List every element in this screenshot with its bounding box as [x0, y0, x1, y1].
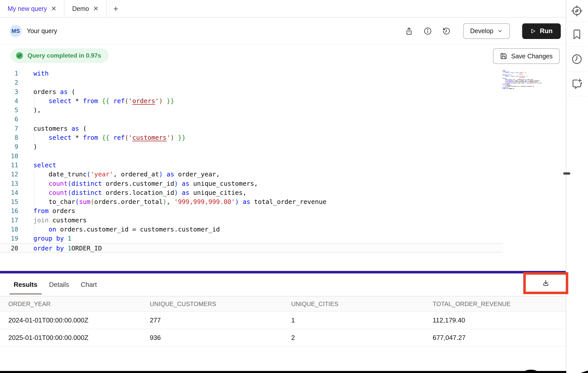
query-history-button[interactable] — [566, 47, 587, 72]
minimap[interactable]: withorders as ( select * from {{ ref('or… — [503, 70, 542, 100]
token — [33, 97, 49, 105]
token: to_char — [33, 198, 75, 205]
token: }} — [167, 97, 174, 105]
line-number: 11 — [0, 161, 24, 170]
token: 1 — [68, 235, 72, 242]
token: order_year, — [174, 171, 220, 178]
line-number: 13 — [0, 179, 24, 188]
code-line[interactable]: 2 — [0, 78, 503, 87]
code-line[interactable]: 12 date_trunc('year', ordered_at) as ord… — [0, 170, 503, 179]
token: ( — [75, 198, 79, 205]
line-number: 12 — [0, 170, 24, 179]
column-header[interactable]: UNIQUE_CITIES — [283, 300, 424, 308]
token: as — [60, 88, 67, 96]
column-header[interactable]: TOTAL_ORDER_REVENUE — [424, 300, 566, 308]
token: }} — [178, 134, 186, 141]
tab-results[interactable]: Results — [14, 273, 37, 296]
code-line[interactable]: 20order by 1ORDER_ID — [0, 243, 503, 252]
token — [52, 235, 56, 242]
panel-divider[interactable] — [0, 271, 566, 273]
code-line[interactable]: 5), — [0, 106, 503, 115]
line-number: 6 — [0, 115, 24, 124]
code-line[interactable]: 8 select * from {{ ref('customers') }} — [0, 133, 503, 142]
code-line[interactable]: 4 select * from {{ ref('orders') }} — [0, 97, 503, 106]
token: by — [56, 245, 64, 252]
status-row: Query completed in 0.97s Save Changes — [0, 44, 566, 67]
results-tab-bar: Results Details Chart — [0, 273, 566, 296]
token — [98, 134, 102, 141]
bookmarks-button[interactable] — [566, 22, 587, 47]
token — [52, 245, 56, 252]
header-controls: Develop Run — [403, 23, 561, 39]
column-header[interactable]: ORDER_YEAR — [0, 300, 142, 308]
code-line[interactable]: 15 to_char(sum(orders.order_total), '999… — [0, 197, 503, 206]
line-number: 1 — [0, 69, 24, 78]
token: ) — [159, 97, 163, 105]
annotation-highlight-box — [523, 272, 568, 294]
run-label: Run — [540, 27, 553, 35]
code-line[interactable]: 17join customers — [0, 216, 503, 225]
ai-assistant-button[interactable] — [566, 72, 587, 96]
tab-demo[interactable]: Demo ✕ — [64, 0, 106, 17]
query-header: MS Your query Develop Run — [0, 18, 566, 44]
save-changes-button[interactable]: Save Changes — [493, 48, 560, 64]
run-button[interactable]: Run — [522, 23, 561, 39]
token — [64, 245, 67, 252]
info-button[interactable] — [422, 26, 433, 37]
code-line[interactable]: 10 — [0, 152, 503, 161]
code-text: select — [24, 161, 56, 170]
code-line[interactable]: 13 count(distinct orders.customer_id) as… — [0, 179, 503, 188]
line-number: 18 — [0, 225, 24, 234]
code-line[interactable]: 11select — [0, 161, 503, 170]
clock-icon — [571, 53, 583, 65]
close-icon[interactable]: ✕ — [51, 5, 57, 12]
token: select — [33, 161, 56, 169]
token: customers — [49, 217, 87, 224]
table-row[interactable]: 2025-01-01T00:00:00.000Z9362677,047.27 — [0, 329, 566, 346]
code-line[interactable]: 7customers as ( — [0, 124, 503, 133]
token: ) — [170, 134, 174, 141]
results-body: 2024-01-01T00:00:00.000Z2771112,179.4020… — [0, 312, 566, 346]
code-line[interactable]: 6 — [0, 115, 503, 124]
code-editor[interactable]: 1with23orders as (4 select * from {{ ref… — [0, 67, 566, 271]
main-area: My new query ✕ Demo ✕ + MS Your query — [0, 0, 566, 373]
token: ( — [87, 171, 91, 178]
develop-dropdown[interactable]: Develop — [463, 23, 510, 39]
tab-details[interactable]: Details — [49, 273, 69, 296]
token: as — [182, 180, 189, 187]
download-button[interactable] — [541, 279, 550, 288]
code-text: group by 1 — [24, 234, 72, 243]
column-header[interactable]: UNIQUE_CUSTOMERS — [142, 300, 283, 308]
token: from — [83, 97, 98, 105]
code-line[interactable]: 14 count(distinct orders.location_id) as… — [0, 188, 503, 197]
bottom-edge-strip — [0, 371, 566, 373]
new-tab-button[interactable]: + — [107, 0, 125, 17]
close-icon[interactable]: ✕ — [93, 5, 99, 12]
code-line[interactable]: 3orders as ( — [0, 87, 503, 97]
code-line[interactable]: 9) — [0, 142, 503, 151]
share-button[interactable] — [403, 26, 415, 37]
code-line[interactable]: 19group by 1 — [0, 234, 503, 243]
code-line[interactable]: 1with — [0, 69, 503, 78]
token: 'year' — [91, 171, 113, 178]
scrollbar-handle[interactable] — [563, 172, 570, 175]
token: join — [33, 217, 49, 224]
code-text: on orders.customer_id = customers.custom… — [24, 225, 220, 234]
minimap-line: order by 1ORDER_ID — [503, 88, 542, 89]
table-cell: 112,179.40 — [424, 316, 566, 324]
token: customers — [132, 134, 166, 141]
token: unique_cities, — [189, 189, 246, 196]
table-row[interactable]: 2024-01-01T00:00:00.000Z2771112,179.40 — [0, 312, 566, 329]
code-line[interactable]: 16from orders — [0, 206, 503, 216]
share-icon — [405, 27, 413, 35]
token: as — [182, 189, 189, 196]
tab-my-new-query[interactable]: My new query ✕ — [0, 0, 64, 17]
tab-chart[interactable]: Chart — [81, 273, 97, 296]
info-icon — [423, 27, 432, 35]
code-line[interactable]: 18 on orders.customer_id = customers.cus… — [0, 225, 503, 234]
results-header-row: ORDER_YEARUNIQUE_CUSTOMERSUNIQUE_CITIEST… — [0, 296, 566, 312]
explore-button[interactable] — [566, 0, 587, 22]
token — [178, 180, 182, 187]
code-text: select * from {{ ref('customers') }} — [24, 133, 186, 142]
history-button[interactable] — [441, 26, 452, 37]
